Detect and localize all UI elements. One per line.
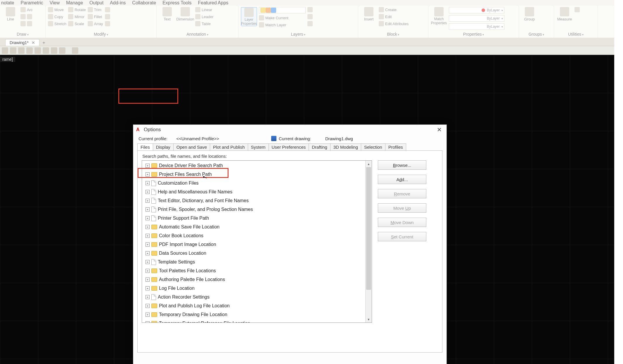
modify-misc2-icon[interactable] [105,14,110,19]
qat-icon-7[interactable] [51,47,57,54]
fillet-button[interactable]: Fillet [88,14,103,19]
draw-line-button[interactable]: Line [2,7,19,21]
tree-item-5[interactable]: +Print File, Spooler, and Prolog Section… [146,205,372,214]
qat-icon-9[interactable] [72,47,78,54]
menu-view[interactable]: View [50,0,60,6]
tree-item-17[interactable]: +Temporary Drawing File Location [146,310,372,319]
draw-misc2-icon[interactable] [27,14,32,19]
mirror-button[interactable]: Mirror [68,14,86,19]
menu-addins[interactable]: Add-ins [110,0,126,6]
util-misc-icon[interactable] [574,7,580,12]
expand-icon[interactable]: + [146,304,150,308]
tree-item-7[interactable]: +Automatic Save File Location [146,223,372,231]
leader-button[interactable]: Leader [195,14,213,19]
draw-misc3-icon[interactable] [20,21,26,26]
expand-icon[interactable]: + [146,295,150,299]
expand-icon[interactable]: + [146,321,150,323]
new-tab-button[interactable]: ＋ [41,40,47,46]
layer-combo[interactable] [259,7,306,13]
tree-item-0[interactable]: +Device Driver File Search Path [146,161,372,170]
tree-item-15[interactable]: +Action Recorder Settings [146,293,372,301]
layer-misc3-icon[interactable] [307,21,313,26]
move-button[interactable]: Move [48,7,66,12]
doc-tab-drawing1[interactable]: Drawing1* ✕ [5,39,39,46]
rotate-button[interactable]: Rotate [68,7,86,12]
tree-item-3[interactable]: +Help and Miscellaneous File Names [146,188,372,196]
qat-icon-8[interactable] [59,47,65,54]
tree-item-4[interactable]: +Text Editor, Dictionary, and Font File … [146,196,372,205]
expand-icon[interactable]: + [146,207,150,212]
scroll-thumb[interactable] [366,167,371,290]
layer-misc2-icon[interactable] [307,14,313,19]
expand-icon[interactable]: + [146,286,150,290]
expand-icon[interactable]: + [146,181,150,185]
tree-item-10[interactable]: +Data Sources Location [146,249,372,258]
prop-lineweight-combo[interactable]: ByLayer [449,15,504,22]
move-up-button[interactable]: Move Up [378,203,426,213]
menu-collaborate[interactable]: Collaborate [132,0,156,6]
trim-button[interactable]: Trim [88,7,103,12]
prop-linetype-combo[interactable]: ByLayer [449,23,504,30]
expand-icon[interactable]: + [146,164,150,168]
tab-profiles[interactable]: Profiles [385,143,406,150]
scroll-down-icon[interactable]: ▼ [366,316,372,323]
table-button[interactable]: Table [195,21,213,26]
expand-icon[interactable]: + [146,216,150,220]
measure-button[interactable]: Measure [556,7,573,21]
tree-item-1[interactable]: +Project Files Search Path [146,170,372,179]
dimension-button[interactable]: Dimension [177,7,193,21]
tab-3d-modeling[interactable]: 3D Modeling [330,143,361,150]
add-button[interactable]: Add... [378,175,426,184]
close-tab-icon[interactable]: ✕ [32,40,35,45]
group-button[interactable]: Group [521,7,538,21]
tree-scrollbar[interactable]: ▲ ▼ [365,161,372,323]
set-current-button[interactable]: Set Current [378,232,426,241]
expand-icon[interactable]: + [146,269,150,273]
edit-block-button[interactable]: Edit [379,14,409,19]
linear-button[interactable]: Linear [195,7,213,12]
stretch-button[interactable]: Stretch [48,21,66,26]
tree-item-16[interactable]: +Plot and Publish Log File Location [146,301,372,310]
qat-icon-2[interactable] [10,47,16,54]
menu-express[interactable]: Express Tools [162,0,191,6]
create-button[interactable]: Create [379,7,409,12]
menu-featured[interactable]: Featured Apps [198,0,228,6]
expand-icon[interactable]: + [146,172,150,176]
tree-item-8[interactable]: +Color Book Locations [146,231,372,240]
tab-drafting[interactable]: Drafting [309,143,330,150]
menu-manage[interactable]: Manage [66,0,83,6]
qat-icon-1[interactable] [2,47,8,54]
expand-icon[interactable]: + [146,242,150,247]
move-down-button[interactable]: Move Down [378,218,426,227]
text-button[interactable]: Text [159,7,175,21]
tree-item-13[interactable]: +Authoring Palette File Locations [146,275,372,284]
menu-output[interactable]: Output [89,0,103,6]
qat-icon-6[interactable] [43,47,49,54]
scale-button[interactable]: Scale [68,21,86,26]
tab-user-prefs[interactable]: User Preferences [269,143,309,150]
layer-misc1-icon[interactable] [307,7,313,12]
modify-misc1-icon[interactable] [105,7,110,12]
expand-icon[interactable]: + [146,260,150,264]
expand-icon[interactable]: + [146,313,150,317]
edit-attributes-button[interactable]: Edit Attributes [379,21,409,26]
tab-selection[interactable]: Selection [361,143,385,150]
tree-item-2[interactable]: +Customization Files [146,179,372,188]
copy-button[interactable]: Copy [48,14,66,19]
tab-files[interactable]: Files [137,143,153,150]
array-button[interactable]: Array [88,21,103,26]
layer-properties-button[interactable]: Layer Properties [241,7,257,26]
tab-display[interactable]: Display [153,143,174,150]
expand-icon[interactable]: + [146,225,150,229]
modify-misc3-icon[interactable] [105,21,110,26]
tab-plot-publish[interactable]: Plot and Publish [210,143,248,150]
expand-icon[interactable]: + [146,278,150,282]
tree-item-18[interactable]: +Temporary External Reference File Locat… [146,319,372,323]
expand-icon[interactable]: + [146,251,150,255]
match-properties-button[interactable]: Match Properties [431,7,447,25]
draw-misc1-icon[interactable] [20,14,26,19]
menu-parametric[interactable]: Parametric [20,0,43,6]
tree-item-9[interactable]: +PDF Import Image Location [146,240,372,249]
drawing-area[interactable]: rame] Options ✕ Current profile: <<Unnam… [0,55,623,364]
make-current-button[interactable]: Make Current [259,15,306,20]
